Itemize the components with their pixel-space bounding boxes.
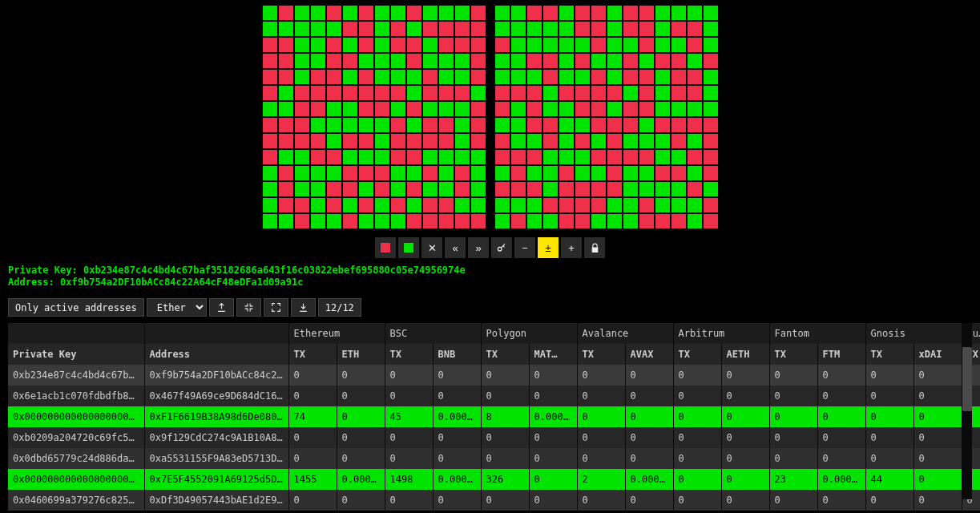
table-scrollbar[interactable]	[962, 323, 972, 499]
bit-cell[interactable]	[294, 213, 310, 229]
bit-cell[interactable]	[438, 69, 454, 85]
bit-cell[interactable]	[310, 53, 326, 69]
bit-cell[interactable]	[438, 133, 454, 149]
bit-cell[interactable]	[655, 181, 671, 197]
bit-cell[interactable]	[454, 85, 470, 101]
bit-cell[interactable]	[671, 213, 687, 229]
bit-cell[interactable]	[591, 21, 607, 37]
bit-cell[interactable]	[454, 117, 470, 133]
bit-cell[interactable]	[470, 117, 486, 133]
bit-cell[interactable]	[526, 85, 542, 101]
bit-cell[interactable]	[639, 213, 655, 229]
bit-cell[interactable]	[294, 53, 310, 69]
bit-cell[interactable]	[262, 53, 278, 69]
bit-cell[interactable]	[575, 181, 591, 197]
bit-cell[interactable]	[494, 165, 510, 181]
bit-cell[interactable]	[278, 133, 294, 149]
bit-cell[interactable]	[342, 117, 358, 133]
table-row[interactable]: 0x6e1acb1c070fdbdfb80a2a1…0x467f49A69ce9…	[8, 386, 980, 406]
bit-cell[interactable]	[294, 165, 310, 181]
bit-cell[interactable]	[687, 197, 703, 213]
bit-cell[interactable]	[703, 213, 719, 229]
bit-cell[interactable]	[671, 117, 687, 133]
bit-cell[interactable]	[687, 149, 703, 165]
bit-cell[interactable]	[374, 133, 390, 149]
bit-cell[interactable]	[374, 21, 390, 37]
bit-cell[interactable]	[454, 37, 470, 53]
bit-cell[interactable]	[494, 53, 510, 69]
bit-cell[interactable]	[575, 213, 591, 229]
bit-cell[interactable]	[623, 165, 639, 181]
bit-cell[interactable]	[607, 85, 623, 101]
bit-cell[interactable]	[438, 21, 454, 37]
bit-cell[interactable]	[559, 181, 575, 197]
bit-cell[interactable]	[454, 181, 470, 197]
bit-cell[interactable]	[438, 165, 454, 181]
bit-cell[interactable]	[542, 165, 559, 181]
minus-button[interactable]: −	[514, 237, 535, 258]
bit-cell[interactable]	[278, 101, 294, 117]
bit-cell[interactable]	[687, 117, 703, 133]
bit-cell[interactable]	[591, 37, 607, 53]
bit-cell[interactable]	[671, 149, 687, 165]
bit-cell[interactable]	[494, 21, 510, 37]
bit-cell[interactable]	[623, 5, 639, 21]
bit-cell[interactable]	[526, 149, 542, 165]
bit-cell[interactable]	[591, 85, 607, 101]
shrink-button[interactable]	[236, 298, 261, 317]
bit-cell[interactable]	[294, 5, 310, 21]
column-header[interactable]: AVAX	[625, 344, 673, 365]
bit-cell[interactable]	[326, 37, 342, 53]
bit-cell[interactable]	[703, 69, 719, 85]
column-header[interactable]: Private Key	[8, 344, 144, 365]
bit-cell[interactable]	[310, 133, 326, 149]
bit-cell[interactable]	[703, 181, 719, 197]
bit-cell[interactable]	[294, 133, 310, 149]
bit-cell[interactable]	[470, 165, 486, 181]
bit-cell[interactable]	[422, 37, 438, 53]
bit-cell[interactable]	[470, 133, 486, 149]
bit-cell[interactable]	[575, 133, 591, 149]
bit-cell[interactable]	[494, 117, 510, 133]
bit-cell[interactable]	[559, 85, 575, 101]
forward-button[interactable]: »	[468, 237, 489, 258]
bit-cell[interactable]	[390, 197, 406, 213]
bit-cell[interactable]	[438, 85, 454, 101]
bit-cell[interactable]	[671, 85, 687, 101]
bit-cell[interactable]	[294, 21, 310, 37]
bit-cell[interactable]	[526, 21, 542, 37]
bit-cell[interactable]	[559, 21, 575, 37]
bit-cell[interactable]	[559, 69, 575, 85]
bit-cell[interactable]	[422, 197, 438, 213]
only-active-button[interactable]: Only active addresses	[8, 298, 144, 317]
bit-cell[interactable]	[438, 5, 454, 21]
bit-cell[interactable]	[671, 21, 687, 37]
bit-cell[interactable]	[406, 101, 422, 117]
bit-cell[interactable]	[591, 165, 607, 181]
bit-cell[interactable]	[470, 149, 486, 165]
bit-cell[interactable]	[655, 101, 671, 117]
bit-cell[interactable]	[623, 213, 639, 229]
bit-cell[interactable]	[342, 181, 358, 197]
bit-cell[interactable]	[623, 149, 639, 165]
bit-cell[interactable]	[470, 181, 486, 197]
bit-cell[interactable]	[655, 21, 671, 37]
bit-cell[interactable]	[278, 197, 294, 213]
bit-cell[interactable]	[510, 85, 526, 101]
bit-cell[interactable]	[591, 101, 607, 117]
bit-cell[interactable]	[374, 85, 390, 101]
bit-cell[interactable]	[326, 53, 342, 69]
bit-cell[interactable]	[703, 85, 719, 101]
bit-cell[interactable]	[278, 37, 294, 53]
bit-cell[interactable]	[639, 5, 655, 21]
bit-cell[interactable]	[542, 21, 559, 37]
bit-cell[interactable]	[542, 53, 559, 69]
bit-cell[interactable]	[374, 69, 390, 85]
bit-cell[interactable]	[310, 165, 326, 181]
bit-cell[interactable]	[326, 149, 342, 165]
bit-cell[interactable]	[542, 5, 559, 21]
bit-cell[interactable]	[542, 37, 559, 53]
bit-cell[interactable]	[262, 21, 278, 37]
bit-cell[interactable]	[326, 117, 342, 133]
bit-cell[interactable]	[623, 53, 639, 69]
